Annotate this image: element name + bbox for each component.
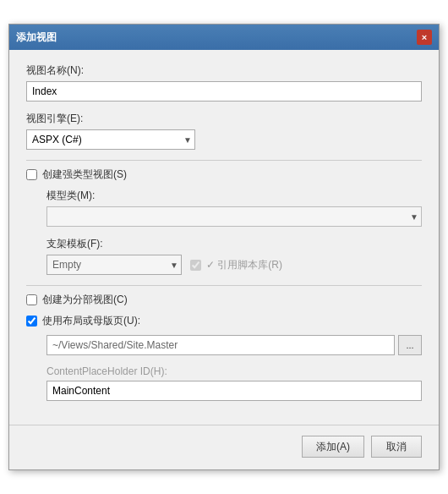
view-name-label: 视图名称(N): bbox=[26, 63, 422, 78]
use-layout-checkbox[interactable] bbox=[26, 316, 37, 327]
model-class-select[interactable] bbox=[46, 206, 422, 227]
scaffold-template-label: 支架模板(F): bbox=[46, 237, 422, 251]
view-name-group: 视图名称(N): bbox=[26, 63, 422, 102]
dialog-body: 视图名称(N): 视图引擎(E): ASPX (C#) Razor (C#) A… bbox=[9, 50, 439, 425]
content-placeholder-group: ContentPlaceHolder ID(H): bbox=[26, 365, 422, 401]
dialog-footer: 添加(A) 取消 bbox=[9, 425, 439, 469]
content-placeholder-input[interactable] bbox=[46, 381, 422, 401]
view-engine-group: 视图引擎(E): ASPX (C#) Razor (C#) ASPX (VB) … bbox=[26, 112, 422, 150]
browse-button[interactable]: ... bbox=[398, 335, 422, 355]
model-class-select-wrapper: ▼ bbox=[46, 206, 422, 227]
strongly-typed-checkbox[interactable] bbox=[26, 169, 37, 180]
view-engine-select[interactable]: ASPX (C#) Razor (C#) ASPX (VB) Razor (VB… bbox=[26, 129, 195, 150]
use-layout-group: 使用布局或母版页(U): bbox=[26, 314, 422, 328]
reference-scripts-group: ✓ 引用脚本库(R) bbox=[190, 258, 282, 272]
reference-scripts-checkbox[interactable] bbox=[190, 260, 201, 271]
add-button[interactable]: 添加(A) bbox=[302, 436, 364, 458]
scaffold-template-group: 支架模板(F): Empty Create Delete Details Edi… bbox=[46, 237, 422, 275]
layout-path-group: ... bbox=[26, 335, 422, 355]
scaffold-row: Empty Create Delete Details Edit List ▼ … bbox=[46, 255, 422, 275]
scaffold-template-select[interactable]: Empty Create Delete Details Edit List bbox=[46, 255, 182, 275]
divider-2 bbox=[26, 285, 422, 286]
partial-view-group: 创建为分部视图(C) bbox=[26, 293, 422, 307]
layout-path-input[interactable] bbox=[46, 335, 395, 355]
title-bar: 添加视图 × bbox=[9, 25, 439, 50]
divider-1 bbox=[26, 160, 422, 161]
view-engine-select-wrapper: ASPX (C#) Razor (C#) ASPX (VB) Razor (VB… bbox=[26, 129, 195, 150]
use-layout-label[interactable]: 使用布局或母版页(U): bbox=[42, 314, 140, 328]
dialog-title: 添加视图 bbox=[16, 30, 57, 45]
view-name-input[interactable] bbox=[26, 81, 422, 102]
close-button[interactable]: × bbox=[417, 30, 432, 45]
reference-scripts-label: ✓ 引用脚本库(R) bbox=[206, 258, 282, 272]
cancel-button[interactable]: 取消 bbox=[371, 436, 422, 458]
content-placeholder-label: ContentPlaceHolder ID(H): bbox=[46, 365, 422, 377]
strongly-typed-group: 创建强类型视图(S) bbox=[26, 167, 422, 182]
view-engine-label: 视图引擎(E): bbox=[26, 112, 422, 126]
layout-path-row: ... bbox=[46, 335, 422, 355]
model-class-label: 模型类(M): bbox=[46, 189, 422, 203]
model-class-section: 模型类(M): ▼ 支架模板(F): Empty Create bbox=[26, 189, 422, 275]
model-class-group: 模型类(M): ▼ bbox=[46, 189, 422, 227]
scaffold-select-wrapper: Empty Create Delete Details Edit List ▼ bbox=[46, 255, 182, 275]
strongly-typed-label[interactable]: 创建强类型视图(S) bbox=[42, 167, 127, 182]
partial-view-label[interactable]: 创建为分部视图(C) bbox=[42, 293, 128, 307]
add-view-dialog: 添加视图 × 视图名称(N): 视图引擎(E): ASPX (C#) Razor… bbox=[8, 24, 440, 470]
partial-view-checkbox[interactable] bbox=[26, 294, 37, 305]
